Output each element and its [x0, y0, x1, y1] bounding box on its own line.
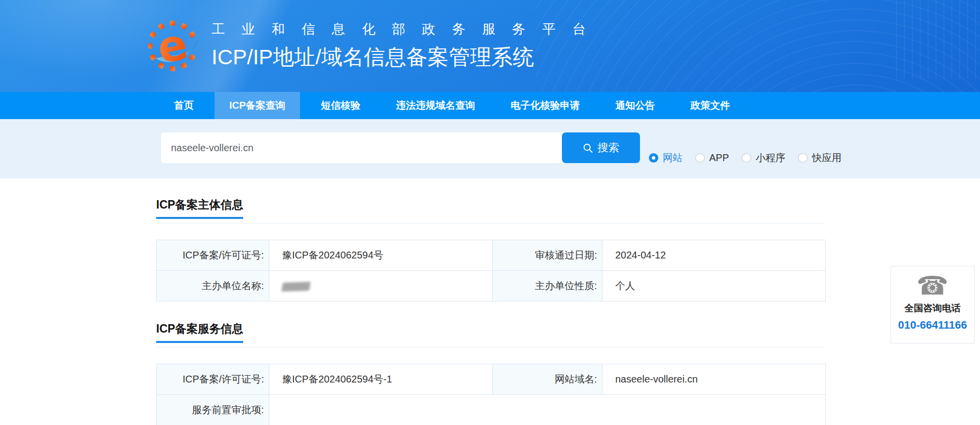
- nav-item-home[interactable]: 首页: [159, 92, 209, 119]
- system-title: ICP/IP地址/域名信息备案管理系统: [212, 43, 586, 72]
- radio-miniprogram[interactable]: 小程序: [742, 151, 785, 165]
- service-section-head: ICP备案服务信息: [156, 321, 825, 347]
- search-button-label: 搜索: [597, 140, 619, 155]
- org-nature-label: 主办单位性质:: [493, 271, 602, 301]
- redacted-org-name: [282, 282, 311, 292]
- search-band: 搜索 网站 APP 小程序 快应用: [0, 119, 980, 178]
- org-name-value: [269, 271, 493, 301]
- search-input[interactable]: [161, 132, 564, 163]
- contact-label: 全国咨询电话: [891, 302, 974, 315]
- radio-selected-icon: [649, 153, 658, 163]
- table-row: 主办单位名称: 主办单位性质: 个人: [157, 271, 826, 301]
- site-header: e 工业和信息化部政务服务平台 ICP/IP地址/域名信息备案管理系统: [0, 0, 980, 92]
- subject-section-title: ICP备案主体信息: [156, 197, 243, 219]
- telephone-icon: ☎: [891, 271, 974, 300]
- search-type-group: 网站 APP 小程序 快应用: [649, 151, 842, 165]
- nav-item-policy-files[interactable]: 政策文件: [676, 92, 745, 119]
- org-nature-value: 个人: [602, 271, 826, 301]
- main-nav: 首页 ICP备案查询 短信核验 违法违规域名查询 电子化核验申请 通知公告 政策…: [0, 92, 980, 119]
- radio-website[interactable]: 网站: [649, 151, 682, 165]
- main-content: ICP备案主体信息 ICP备案/许可证号: 豫ICP备2024062594号 审…: [156, 197, 825, 425]
- radio-quickapp[interactable]: 快应用: [798, 151, 842, 165]
- domain-label: 网站域名:: [493, 364, 602, 395]
- search-icon: [583, 143, 593, 153]
- service-section-title: ICP备案服务信息: [156, 321, 243, 343]
- table-row: 服务前置审批项:: [157, 395, 826, 425]
- section-divider: [156, 223, 825, 223]
- subject-info-table: ICP备案/许可证号: 豫ICP备2024062594号 审核通过日期: 202…: [156, 240, 826, 301]
- radio-unselected-icon: [742, 153, 751, 163]
- table-row: ICP备案/许可证号: 豫ICP备2024062594号 审核通过日期: 202…: [157, 240, 826, 271]
- beian-logo-icon: e: [148, 18, 200, 74]
- nav-item-e-verify-apply[interactable]: 电子化核验申请: [496, 92, 595, 119]
- table-row: ICP备案/许可证号: 豫ICP备2024062594号-1 网站域名: nas…: [157, 364, 826, 395]
- header-titles: 工业和信息化部政务服务平台 ICP/IP地址/域名信息备案管理系统: [212, 20, 586, 72]
- subject-section-head: ICP备案主体信息: [156, 197, 825, 223]
- org-name-label: 主办单位名称:: [157, 271, 269, 301]
- radio-app[interactable]: APP: [695, 152, 729, 164]
- platform-title: 工业和信息化部政务服务平台: [212, 20, 586, 38]
- pre-approval-value: [269, 395, 826, 425]
- contact-card: ☎ 全国咨询电话 010-66411166: [891, 266, 975, 343]
- nav-item-icp-query[interactable]: ICP备案查询: [214, 92, 300, 119]
- search-button[interactable]: 搜索: [562, 132, 640, 163]
- license-value: 豫ICP备2024062594号: [269, 240, 493, 271]
- service-license-value: 豫ICP备2024062594号-1: [269, 364, 493, 395]
- nav-item-illegal-domain-query[interactable]: 违法违规域名查询: [381, 92, 490, 119]
- radio-unselected-icon: [798, 153, 808, 163]
- nav-inner: 首页 ICP备案查询 短信核验 违法违规域名查询 电子化核验申请 通知公告 政策…: [0, 92, 980, 119]
- audit-date-value: 2024-04-12: [602, 240, 826, 271]
- section-divider: [156, 347, 825, 347]
- service-info-table: ICP备案/许可证号: 豫ICP备2024062594号-1 网站域名: nas…: [156, 364, 826, 425]
- service-license-label: ICP备案/许可证号:: [157, 364, 269, 395]
- domain-value: naseele-vollerei.cn: [602, 364, 826, 395]
- header-inner: e 工业和信息化部政务服务平台 ICP/IP地址/域名信息备案管理系统: [0, 0, 980, 92]
- nav-item-sms-verify[interactable]: 短信核验: [306, 92, 375, 119]
- license-label: ICP备案/许可证号:: [157, 240, 269, 271]
- radio-unselected-icon: [695, 153, 705, 163]
- pre-approval-label: 服务前置审批项:: [157, 395, 269, 425]
- search-box: 搜索: [161, 132, 640, 163]
- contact-phone-number: 010-66411166: [891, 319, 974, 332]
- nav-item-notices[interactable]: 通知公告: [600, 92, 670, 119]
- audit-date-label: 审核通过日期:: [493, 240, 602, 271]
